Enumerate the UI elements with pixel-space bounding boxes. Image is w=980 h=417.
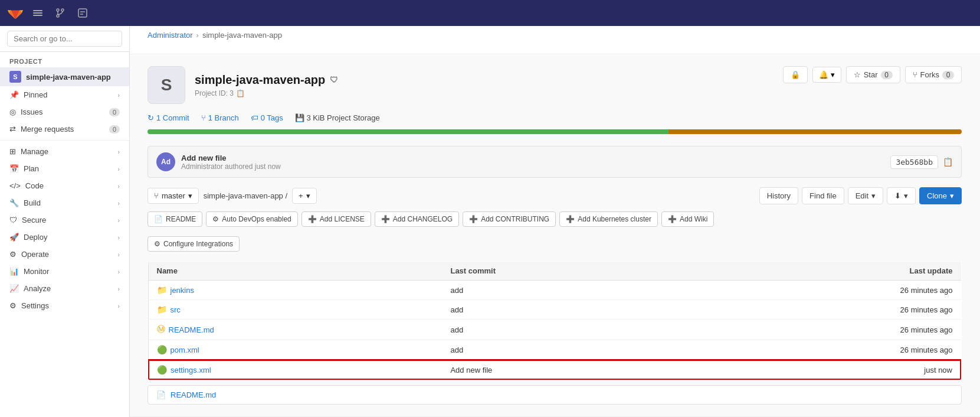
sidebar-item-project[interactable]: S simple-java-maven-app: [0, 67, 129, 86]
add-changelog-button[interactable]: ➕ Add CHANGELOG: [375, 211, 459, 227]
svg-point-3: [57, 9, 59, 11]
issues-nav-icon: ◎: [9, 107, 16, 116]
commit-icon: ↻: [148, 113, 154, 122]
sidebar-item-manage[interactable]: ⊞Manage ›: [0, 143, 129, 160]
readme-icon: 📄: [154, 215, 163, 223]
code-icon: </>: [9, 181, 21, 190]
file-link[interactable]: 📁 src: [157, 305, 434, 314]
sidebar-item-settings[interactable]: ⚙Settings ›: [0, 297, 129, 314]
add-contributing-button[interactable]: ➕ Add CONTRIBUTING: [463, 211, 556, 227]
branches-link[interactable]: ⑂ 1 Branch: [201, 113, 239, 122]
add-wiki-icon: ➕: [668, 215, 677, 223]
copy-id-icon[interactable]: 📋: [236, 89, 245, 97]
sidebar-item-code[interactable]: </>Code ›: [0, 177, 129, 194]
copy-hash-icon[interactable]: 📋: [943, 157, 953, 167]
manage-icon: ⊞: [9, 147, 16, 156]
breadcrumb-parent[interactable]: Administrator: [148, 31, 193, 40]
find-file-button[interactable]: Find file: [802, 187, 844, 204]
breadcrumb: Administrator › simple-java-maven-app: [148, 31, 962, 40]
readme-bar: 📄 README.md: [148, 385, 962, 405]
progress-orange: [668, 129, 962, 134]
sidebar-item-label: Secure: [22, 216, 46, 224]
add-k8s-icon: ➕: [566, 215, 575, 223]
configure-integrations-button[interactable]: ⚙ Configure Integrations: [148, 236, 240, 252]
gitlab-logo[interactable]: [7, 5, 24, 21]
sidebar-item-secure[interactable]: 🛡Secure ›: [0, 211, 129, 229]
autodevops-button[interactable]: ⚙ Auto DevOps enabled: [206, 211, 297, 227]
settings-icon: ⚙: [9, 301, 17, 310]
chevron-icon: ›: [117, 217, 120, 224]
commit-time: authored just now: [225, 162, 281, 171]
readme-filename[interactable]: README.md: [171, 390, 216, 399]
operate-icon: ⚙: [9, 250, 17, 259]
file-link[interactable]: 📁 jenkins: [157, 285, 434, 295]
sidebar: Project S simple-java-maven-app 📌 Pinned…: [0, 26, 130, 417]
file-link[interactable]: Ⓜ README.md: [157, 324, 434, 335]
dropdown-chevron: ▾: [306, 191, 310, 200]
file-table: Name Last commit Last update 📁 jenkins: [148, 261, 962, 380]
quick-actions-row2: ⚙ Configure Integrations: [148, 236, 962, 252]
sidebar-item-monitor[interactable]: 📊Monitor ›: [0, 263, 129, 280]
sidebar-item-label: Plan: [24, 164, 39, 173]
edit-chevron: ▾: [871, 191, 876, 200]
monitor-icon: 📊: [9, 267, 19, 276]
bell-icon: 🔔: [819, 70, 828, 79]
deploy-icon: 🚀: [9, 233, 19, 242]
clone-button[interactable]: Clone ▾: [919, 187, 962, 204]
commits-link[interactable]: ↻ 1 Commit: [148, 113, 189, 122]
tag-icon: 🏷: [251, 113, 258, 122]
sidebar-item-plan[interactable]: 📅Plan ›: [0, 160, 129, 177]
star-count: 0: [881, 71, 893, 79]
tags-link[interactable]: 🏷 0 Tags: [251, 113, 283, 122]
merge-requests-icon[interactable]: [52, 5, 68, 21]
sidebar-item-deploy[interactable]: 🚀Deploy ›: [0, 229, 129, 246]
edit-button[interactable]: Edit ▾: [848, 187, 883, 204]
chevron-icon: ›: [117, 200, 120, 207]
issues-icon[interactable]: [74, 5, 91, 21]
configure-icon: ⚙: [154, 240, 160, 248]
table-row: 🟢 pom.xml add 26 minutes ago: [148, 340, 961, 360]
chevron-icon: ›: [117, 268, 120, 275]
readme-file-icon: 📄: [156, 390, 166, 399]
file-link[interactable]: 🟢 settings.xml: [157, 365, 434, 374]
sidebar-toggle-icon[interactable]: [30, 5, 46, 21]
last-commit-cell: add: [442, 300, 686, 320]
storage-info: 💾 3 KiB Project Storage: [295, 113, 380, 122]
search-input[interactable]: [7, 31, 122, 47]
sidebar-item-issues[interactable]: ◎ Issues 0: [0, 103, 129, 120]
notification-button[interactable]: 🔔 ▾: [812, 67, 841, 83]
md-icon: Ⓜ: [157, 324, 165, 335]
commit-author-avatar: Ad: [156, 152, 175, 171]
forks-label: Forks: [920, 70, 940, 79]
sidebar-item-pinned[interactable]: 📌 Pinned ›: [0, 86, 129, 103]
star-button[interactable]: ☆ Star 0: [846, 66, 900, 83]
project-header-actions: 🔒 🔔 ▾ ☆ Star 0 ⑂ Forks 0: [783, 66, 962, 83]
add-wiki-button[interactable]: ➕ Add Wiki: [661, 211, 714, 227]
merge-badge: 0: [109, 125, 120, 133]
lock-button[interactable]: 🔒: [783, 66, 808, 83]
add-file-button[interactable]: + ▾: [292, 188, 317, 204]
file-link[interactable]: 🟢 pom.xml: [157, 345, 434, 354]
sidebar-item-operate[interactable]: ⚙Operate ›: [0, 246, 129, 263]
project-title: simple-java-maven-app 🛡: [195, 73, 338, 87]
forks-button[interactable]: ⑂ Forks 0: [905, 66, 962, 83]
dropdown-chevron: ▾: [188, 191, 192, 200]
commit-bar: Ad Add new file Administrator authored j…: [148, 146, 962, 178]
sidebar-item-build[interactable]: 🔧Build ›: [0, 194, 129, 211]
sidebar-item-analyze[interactable]: 📈Analyze ›: [0, 280, 129, 297]
add-k8s-button[interactable]: ➕ Add Kubernetes cluster: [559, 211, 658, 227]
last-update-cell: 26 minutes ago: [687, 281, 961, 300]
chevron-icon: ›: [117, 183, 120, 190]
add-license-button[interactable]: ➕ Add LICENSE: [301, 211, 371, 227]
history-button[interactable]: History: [759, 187, 798, 204]
last-commit-cell: add: [442, 340, 686, 360]
download-button[interactable]: ⬇ ▾: [887, 187, 916, 204]
file-name-text: settings.xml: [171, 366, 211, 374]
repo-toolbar: ⑂ master ▾ simple-java-maven-app / + ▾ H…: [148, 187, 962, 204]
svg-rect-1: [33, 12, 42, 14]
readme-button[interactable]: 📄 README: [148, 211, 202, 227]
branch-dropdown[interactable]: ⑂ master ▾: [148, 188, 199, 204]
col-last-commit: Last commit: [442, 262, 686, 281]
sidebar-item-merge-requests[interactable]: ⇄ Merge requests 0: [0, 120, 129, 138]
sidebar-section-label: Project: [0, 52, 129, 67]
